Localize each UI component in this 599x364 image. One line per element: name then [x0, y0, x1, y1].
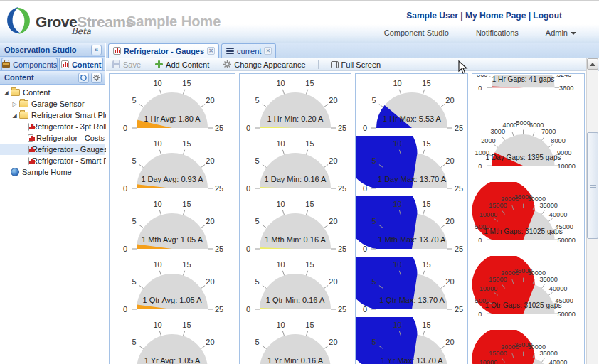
full-screen-button[interactable]: Full Screen [329, 60, 383, 70]
svg-text:10: 10 [276, 321, 285, 329]
gauge: 05101520251 Qtr Max: 13.70 A [356, 257, 467, 316]
svg-text:15000: 15000 [489, 276, 507, 283]
svg-text:3240: 3240 [557, 75, 571, 78]
gauge: 0100020003000400050006000700080009000100… [472, 108, 584, 178]
svg-text:35000: 35000 [539, 350, 558, 357]
gauge-column-max: 05101520251 Hr Max: 5.53 A05101520251 Da… [355, 73, 468, 364]
tree-item-refrigerator-smart-plug[interactable]: ◢Refrigerator Smart Plug [0, 109, 105, 121]
gauge: 05101520251 Mth Min: 0.16 A [240, 196, 351, 256]
svg-text:5: 5 [371, 338, 376, 346]
svg-text:10000: 10000 [479, 285, 498, 292]
tree-item-refrigerator-smart-plu[interactable]: Refrigerator - Smart Plu... [0, 155, 105, 166]
main-panel: Refrigerator - Gauges ✕ current ✕ Save A… [106, 43, 599, 364]
collapse-sidebar-button[interactable]: « [91, 45, 102, 55]
scrollbar-thumb[interactable] [587, 132, 598, 239]
svg-text:5: 5 [371, 277, 376, 286]
svg-text:1 Yr Max: 13.70 A: 1 Yr Max: 13.70 A [381, 356, 443, 364]
gauge: 05101520251 Hr Avg: 1.80 A [110, 75, 235, 135]
tab-content[interactable]: Content [59, 58, 103, 70]
main-toolbar: Save Add Content Change Appearance Full … [106, 58, 599, 71]
save-button[interactable]: Save [110, 60, 143, 70]
scroll-up-button[interactable] [587, 58, 598, 70]
svg-text:0: 0 [246, 245, 250, 253]
tab-refrigerator-gauges[interactable]: Refrigerator - Gauges ✕ [108, 43, 219, 58]
tree-item-sample-home[interactable]: Sample Home [0, 166, 105, 178]
close-tab-icon[interactable]: ✕ [207, 47, 215, 55]
gauge: 05101520251 Day Min: 0.16 A [240, 136, 351, 196]
list-icon [226, 48, 234, 54]
svg-text:0: 0 [246, 305, 250, 314]
user-links[interactable]: Sample User | My Home Page | Logout [406, 11, 562, 21]
plus-icon [155, 60, 163, 68]
svg-text:10: 10 [153, 200, 161, 208]
chart-icon [61, 60, 69, 68]
svg-text:25: 25 [338, 184, 346, 193]
tree-item-refrigerator-costs[interactable]: Refrigerator - Costs [0, 132, 105, 144]
svg-text:0: 0 [362, 305, 366, 314]
observation-studio-title: Observation Studio [4, 46, 76, 54]
svg-text:15000: 15000 [489, 202, 507, 209]
app-window: GroveStreams Beta Sample Home Sample Use… [0, 0, 599, 364]
observation-studio-header: Observation Studio « [0, 43, 105, 57]
expand-arrow-icon[interactable]: ◢ [1, 90, 11, 96]
change-appearance-button[interactable]: Change Appearance [221, 60, 307, 70]
svg-text:1 Qtr Gaps: 31025 gaps: 1 Qtr Gaps: 31025 gaps [485, 301, 562, 309]
svg-text:1 Hr Min: 0.20 A: 1 Hr Min: 0.20 A [267, 114, 324, 123]
save-icon [112, 60, 120, 68]
svg-text:1 Hr Max: 5.53 A: 1 Hr Max: 5.53 A [383, 114, 442, 123]
nav-notifications[interactable]: Notifications [476, 28, 519, 37]
sidebar-tabs: Components Content [0, 57, 105, 71]
refresh-button[interactable] [78, 73, 89, 83]
folder-icon [19, 112, 28, 119]
svg-text:1 Qtr Avg: 1.05 A: 1 Qtr Avg: 1.05 A [143, 296, 203, 304]
settings-button[interactable] [91, 73, 102, 83]
gauge: 05101520251 Yr Min: 0.16 A [240, 317, 351, 364]
toolbar-separator [318, 60, 319, 69]
svg-text:0: 0 [478, 237, 482, 244]
svg-text:1 Mth Avg: 1.05 A: 1 Mth Avg: 1.05 A [142, 235, 203, 244]
tree-item-label: Refrigerator - Gauges [32, 145, 107, 154]
svg-text:20: 20 [206, 156, 214, 165]
tree-item-refrigerator-gauges[interactable]: Refrigerator - Gauges [0, 144, 105, 155]
add-content-button[interactable]: Add Content [153, 60, 211, 70]
tab-components[interactable]: Components [1, 58, 58, 70]
tab-current[interactable]: current ✕ [221, 43, 276, 58]
svg-text:5: 5 [255, 277, 260, 286]
briefcase-icon [2, 62, 10, 68]
svg-text:1 Yr Avg: 1.05 A: 1 Yr Avg: 1.05 A [144, 356, 201, 364]
tree-item-garage-sensor[interactable]: ▷Garage Sensor [0, 98, 105, 109]
svg-text:5: 5 [132, 338, 137, 346]
svg-text:15: 15 [422, 200, 430, 208]
close-tab-icon[interactable]: ✕ [264, 47, 272, 55]
svg-text:5: 5 [132, 156, 137, 165]
tree-item-content[interactable]: ◢Content [0, 87, 105, 98]
collapse-arrow-icon[interactable]: ▷ [10, 101, 19, 107]
svg-text:5: 5 [371, 156, 376, 165]
svg-text:2000: 2000 [481, 137, 495, 144]
nav-component-studio[interactable]: Component Studio [384, 28, 449, 37]
svg-text:25: 25 [454, 305, 462, 314]
tree-item-refrigerator-3pt-rolling[interactable]: Refrigerator - 3pt Rolling... [0, 121, 105, 132]
gauge: 05101520251 Day Avg: 0.93 A [110, 136, 235, 196]
svg-text:50000: 50000 [557, 311, 576, 318]
gauge: 05101520251 Yr Max: 13.70 A [356, 317, 467, 364]
svg-text:20: 20 [445, 217, 454, 225]
svg-text:10: 10 [393, 260, 401, 269]
svg-text:25: 25 [215, 305, 223, 314]
svg-text:25: 25 [215, 124, 223, 132]
gauge: 0500010000150002000025000300003500040000… [472, 256, 584, 326]
svg-text:0: 0 [362, 184, 366, 193]
svg-text:5: 5 [132, 217, 137, 225]
gauge: 05101520251 Yr Avg: 1.05 A [110, 317, 235, 364]
top-header: GroveStreams Beta Sample Home Sample Use… [0, 1, 599, 43]
svg-text:25: 25 [215, 245, 223, 253]
gauge: 0500010000150002000025000300003500040000… [472, 182, 584, 252]
nav-admin-menu[interactable]: Admin [546, 28, 576, 37]
expand-arrow-icon[interactable]: ◢ [10, 112, 19, 119]
svg-text:20: 20 [206, 96, 214, 105]
vertical-scrollbar[interactable] [586, 58, 598, 364]
svg-text:10000: 10000 [479, 211, 498, 218]
page-title: Sample Home [127, 14, 221, 30]
gauge-column-avg: 05101520251 Hr Avg: 1.80 A05101520251 Da… [109, 73, 235, 364]
svg-text:1 Mth Min: 0.16 A: 1 Mth Min: 0.16 A [265, 235, 326, 244]
